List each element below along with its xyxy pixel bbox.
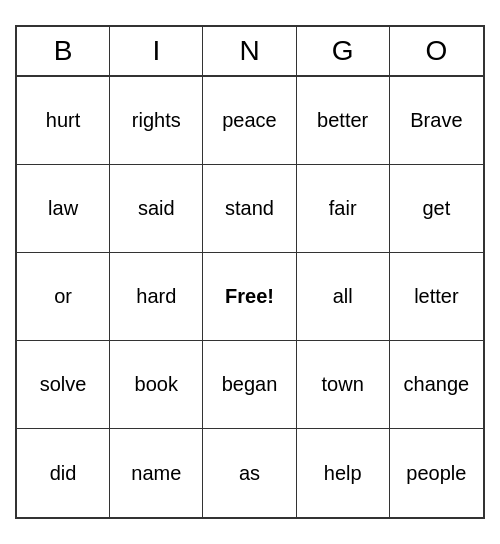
bingo-cell-2[interactable]: peace bbox=[203, 77, 296, 165]
header-n: N bbox=[203, 27, 296, 75]
bingo-cell-16[interactable]: book bbox=[110, 341, 203, 429]
bingo-cell-18[interactable]: town bbox=[297, 341, 390, 429]
bingo-cell-22[interactable]: as bbox=[203, 429, 296, 517]
bingo-cell-9[interactable]: get bbox=[390, 165, 483, 253]
bingo-cell-5[interactable]: law bbox=[17, 165, 110, 253]
bingo-cell-17[interactable]: began bbox=[203, 341, 296, 429]
bingo-card: B I N G O hurtrightspeacebetterBravelaws… bbox=[15, 25, 485, 519]
header-i: I bbox=[110, 27, 203, 75]
bingo-cell-11[interactable]: hard bbox=[110, 253, 203, 341]
bingo-cell-15[interactable]: solve bbox=[17, 341, 110, 429]
bingo-cell-1[interactable]: rights bbox=[110, 77, 203, 165]
bingo-cell-10[interactable]: or bbox=[17, 253, 110, 341]
header-o: O bbox=[390, 27, 483, 75]
bingo-cell-12[interactable]: Free! bbox=[203, 253, 296, 341]
bingo-cell-24[interactable]: people bbox=[390, 429, 483, 517]
bingo-cell-3[interactable]: better bbox=[297, 77, 390, 165]
bingo-cell-4[interactable]: Brave bbox=[390, 77, 483, 165]
bingo-cell-8[interactable]: fair bbox=[297, 165, 390, 253]
bingo-header: B I N G O bbox=[17, 27, 483, 77]
bingo-cell-14[interactable]: letter bbox=[390, 253, 483, 341]
bingo-cell-6[interactable]: said bbox=[110, 165, 203, 253]
header-g: G bbox=[297, 27, 390, 75]
bingo-cell-7[interactable]: stand bbox=[203, 165, 296, 253]
bingo-cell-23[interactable]: help bbox=[297, 429, 390, 517]
bingo-cell-19[interactable]: change bbox=[390, 341, 483, 429]
bingo-cell-13[interactable]: all bbox=[297, 253, 390, 341]
header-b: B bbox=[17, 27, 110, 75]
bingo-cell-0[interactable]: hurt bbox=[17, 77, 110, 165]
bingo-grid: hurtrightspeacebetterBravelawsaidstandfa… bbox=[17, 77, 483, 517]
bingo-cell-21[interactable]: name bbox=[110, 429, 203, 517]
bingo-cell-20[interactable]: did bbox=[17, 429, 110, 517]
